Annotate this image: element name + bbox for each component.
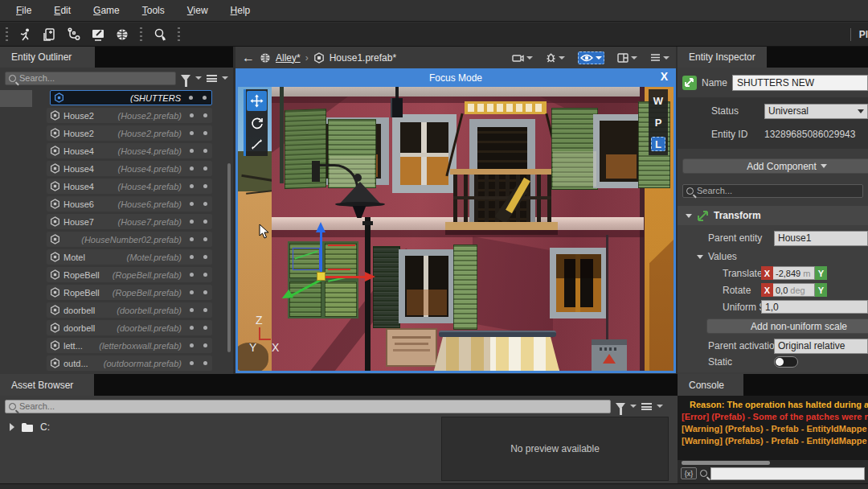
outliner-row[interactable]: House4(House4.prefab) [47, 179, 212, 194]
entity-name-input[interactable] [732, 75, 868, 91]
toolbar-grip[interactable] [140, 27, 142, 42]
outliner-scrollbar[interactable] [227, 163, 231, 352]
list-options-icon[interactable] [641, 403, 652, 410]
console-hscrollbar[interactable] [682, 461, 863, 465]
menu-tools[interactable]: Tools [131, 0, 176, 22]
filter-icon[interactable] [181, 75, 190, 81]
assets-searchbox[interactable] [5, 400, 611, 413]
viewport-scene[interactable]: W P L Z Y X [235, 87, 676, 373]
visibility-dot[interactable] [190, 113, 194, 117]
inspector-search-input[interactable] [697, 186, 859, 195]
outliner-row[interactable]: (HouseNumber02.prefab) [47, 232, 212, 247]
inspector-searchbox[interactable] [682, 184, 863, 198]
visibility-dot[interactable] [190, 255, 194, 259]
lock-dot[interactable] [203, 255, 207, 259]
lock-dot[interactable] [203, 220, 207, 224]
console-log[interactable]: Reason: The operation has halted during … [678, 396, 868, 460]
outliner-row[interactable]: House2(House2.prefab) [47, 125, 212, 141]
outliner-row[interactable]: Motel(Motel.prefab) [47, 249, 212, 265]
editor-draw-icon[interactable] [88, 25, 108, 44]
add-non-uniform-scale-button[interactable]: Add non-uniform scale [706, 318, 868, 334]
visibility-dot[interactable] [190, 273, 194, 277]
menu-edit[interactable]: Edit [43, 0, 82, 22]
menu-help[interactable]: Help [219, 0, 262, 22]
visibility-dot[interactable] [190, 166, 194, 171]
node-tool-icon[interactable] [63, 25, 84, 44]
visibility-dot[interactable] [190, 202, 194, 206]
eye-icon[interactable] [578, 51, 604, 64]
chevron-down-icon[interactable] [222, 76, 228, 80]
visibility-dot[interactable] [190, 149, 194, 153]
breadcrumb-current[interactable]: House1.prefab* [330, 52, 396, 64]
visibility-dot[interactable] [189, 96, 193, 100]
list-options-icon[interactable] [207, 75, 217, 82]
outliner-row[interactable]: House4(House4.prefab) [47, 161, 212, 176]
visibility-dot[interactable] [190, 361, 194, 365]
visibility-dot[interactable] [190, 131, 194, 135]
lock-dot[interactable] [203, 308, 207, 312]
tab-asset-browser[interactable]: Asset Browser [0, 374, 94, 396]
back-arrow-icon[interactable]: ← [242, 51, 255, 65]
chevron-down-icon[interactable] [657, 405, 663, 408]
tab-entity-outliner[interactable]: Entity Outliner [0, 47, 95, 68]
gizmo-x-axis[interactable] [323, 276, 366, 278]
static-toggle[interactable] [774, 356, 798, 368]
lock-dot[interactable] [203, 96, 207, 100]
visibility-dot[interactable] [190, 184, 194, 188]
lock-dot[interactable] [203, 184, 207, 188]
assets-search-input[interactable] [19, 401, 607, 411]
outliner-row[interactable]: House7(House7.prefab) [47, 214, 212, 229]
outliner-row[interactable]: doorbell(doorbell.prefab) [47, 302, 212, 318]
camera-settings-icon[interactable] [512, 53, 533, 63]
play-game-icon[interactable] [15, 25, 36, 44]
lock-dot[interactable] [203, 131, 207, 135]
viewport-layout-icon[interactable] [617, 53, 637, 63]
values-collapse-icon[interactable] [697, 255, 703, 259]
viewport-menu-icon[interactable] [650, 53, 669, 62]
outliner-row[interactable]: House6(House6.prefab) [47, 196, 212, 212]
outliner-row[interactable]: lett...(letterboxwall.prefab) [47, 338, 212, 353]
move-tool-button[interactable] [247, 91, 267, 111]
visibility-dot[interactable] [190, 290, 194, 294]
tree-expand-icon[interactable] [10, 423, 14, 431]
lock-dot[interactable] [203, 361, 207, 365]
toolbar-grip[interactable] [178, 27, 180, 42]
focus-mode-close-button[interactable]: X [661, 70, 668, 83]
outliner-row[interactable]: RopeBell(RopeBell.prefab) [47, 285, 212, 300]
lock-dot[interactable] [203, 290, 207, 294]
outliner-row[interactable]: doorbell(doorbell.prefab) [47, 320, 212, 335]
breadcrumb-root[interactable]: Alley* [276, 52, 301, 64]
lock-dot[interactable] [203, 326, 207, 330]
add-component-button[interactable]: Add Component [682, 158, 868, 174]
status-dropdown[interactable]: Universal [764, 104, 868, 119]
console-filter-button[interactable]: {x} [681, 467, 697, 479]
gizmo-center-handle[interactable] [317, 272, 326, 281]
filter-icon[interactable] [616, 403, 625, 409]
parent-entity-field[interactable]: House1 [774, 231, 868, 246]
debug-icon[interactable] [546, 52, 565, 63]
outliner-row[interactable]: (SHUTTERS [50, 90, 212, 105]
visibility-dot[interactable] [190, 308, 194, 312]
visibility-dot[interactable] [190, 237, 194, 241]
outliner-row[interactable]: RopeBell(RopeBell.prefab) [47, 267, 212, 282]
globe-icon[interactable] [112, 25, 133, 44]
lock-dot[interactable] [203, 166, 207, 171]
chevron-down-icon[interactable] [630, 405, 637, 408]
console-search-input[interactable] [710, 467, 865, 480]
rotate-x-field[interactable]: 0,0deg [773, 283, 815, 297]
visibility-dot[interactable] [190, 220, 194, 224]
space-parent-button[interactable]: P [651, 115, 665, 129]
visibility-dot[interactable] [190, 326, 194, 330]
tab-console[interactable]: Console [678, 374, 743, 396]
parent-activation-dropdown[interactable]: Original relative [774, 339, 868, 354]
search-select-icon[interactable] [149, 25, 170, 44]
prefab-save-icon[interactable] [39, 25, 60, 44]
menu-view[interactable]: View [176, 0, 219, 22]
rotate-tool-button[interactable] [247, 113, 267, 133]
outliner-searchbox[interactable] [5, 72, 176, 85]
lock-dot[interactable] [203, 237, 207, 241]
lock-dot[interactable] [203, 273, 207, 277]
space-world-button[interactable]: W [651, 93, 665, 108]
lock-dot[interactable] [203, 202, 207, 206]
menu-file[interactable]: File [5, 0, 43, 22]
